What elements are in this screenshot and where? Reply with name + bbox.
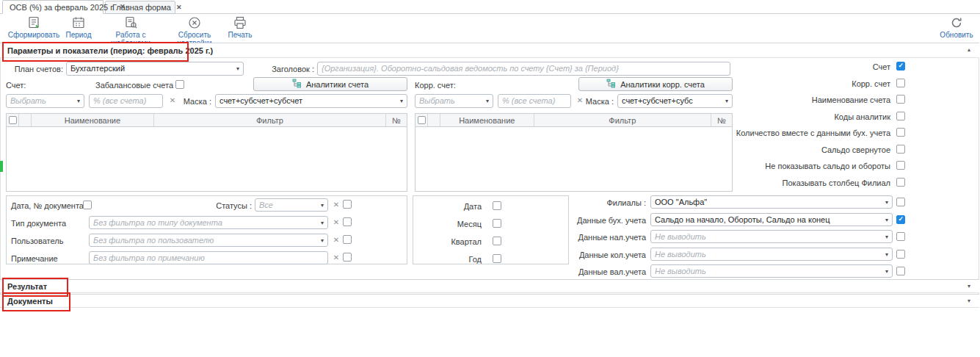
user-select[interactable]: Без фильтра по пользователю [89,234,328,247]
option-checkbox-hide-balance[interactable] [896,161,905,170]
corr-select-placeholder: Выбрать [419,95,484,107]
parameters-section-header[interactable]: Параметры и показатели (период: февраль … [0,43,979,58]
account-select[interactable]: Выбрать [6,94,84,108]
chevron-down-icon [725,98,728,104]
branches-checkbox[interactable] [896,198,905,206]
period-quarter-checkbox[interactable] [493,237,501,245]
document-filter-panel: Дата, № документа Статусы : Все Тип доку… [6,195,407,264]
corr-mask-value: счет+субсчет+субс [622,95,723,107]
clear-icon[interactable] [332,253,341,262]
period-quarter-label: Квартал [419,237,482,247]
offbalance-checkbox[interactable] [175,80,184,89]
accounting-data-select[interactable]: Сальдо на начало, Обороты, Сальдо на кон… [650,213,893,226]
currency-data-select[interactable]: Не выводить [650,264,893,278]
option-checkbox-analytic-codes[interactable] [896,112,905,120]
note-checkbox[interactable] [343,253,352,262]
table-header-number: № [711,114,732,126]
option-checkbox-collapsed-balance[interactable] [896,145,905,154]
tab-bar: ОСВ (%) за февраль 2025 г. Главная форма [0,0,980,14]
table-header-blank [428,114,440,126]
statuses-select[interactable]: Все [255,198,328,212]
corr-accounts-table: Наименование Фильтр № [415,113,733,192]
expand-arrow-icon[interactable] [968,298,970,304]
corr-analytics-button[interactable]: Аналитики корр. счета [578,77,733,91]
left-edge-marker [0,161,3,172]
period-year-checkbox[interactable] [493,254,501,263]
currency-data-checkbox[interactable] [896,267,905,275]
title-label: Заголовок : [254,65,314,74]
quantity-data-select[interactable]: Не выводить [650,248,893,261]
tax-data-checkbox[interactable] [896,232,905,241]
period-year-label: Год [419,255,482,264]
date-doc-checkbox[interactable] [83,201,92,209]
offbalance-label: Забалансовые счета [95,81,172,90]
quantity-data-checkbox[interactable] [896,250,905,259]
clear-icon[interactable] [168,96,177,105]
option-checkbox-branch-column[interactable] [896,178,905,187]
chevron-down-icon [885,268,888,275]
refresh-label: Обновить [940,31,973,39]
clear-icon[interactable] [332,201,341,209]
note-input[interactable]: Без фильтра по примечанию [89,251,328,264]
doc-type-label: Тип документа [11,219,66,228]
period-date-checkbox[interactable] [493,201,501,210]
corr-analytics-label: Аналитики корр. счета [620,80,705,89]
chevron-down-icon [236,65,239,72]
table-body-empty[interactable] [7,127,407,191]
expand-arrow-icon[interactable] [968,284,970,289]
chevron-down-icon [400,98,403,104]
select-all-checkbox[interactable] [9,116,17,124]
quantity-data-value: Не выводить [655,249,883,260]
option-checkbox-corr-account[interactable] [896,79,905,87]
branches-select[interactable]: ООО "Альфа" [650,195,893,209]
option-checkbox-quantity[interactable] [896,128,905,137]
corr-mask-select[interactable]: счет+субсчет+субс [617,94,733,108]
account-analytics-button[interactable]: Аналитики счета [253,77,407,91]
statuses-checkbox[interactable] [343,200,352,209]
table-body-empty[interactable] [415,127,732,191]
doc-type-placeholder: Без фильтра по типу документа [93,217,319,228]
plan-of-accounts-select[interactable]: Бухгалтерский [66,62,244,76]
tab-main-form[interactable]: Главная форма [105,1,175,14]
print-button[interactable]: Печать [225,16,255,39]
refresh-button[interactable]: Обновить [937,16,976,39]
generate-button[interactable]: Сформировать [4,16,63,39]
corr-account-select[interactable]: Выбрать [415,94,493,108]
reset-icon [163,16,226,29]
table-header-filter: Фильтр [154,114,386,126]
documents-section-header[interactable]: Документы [0,294,979,308]
period-button[interactable]: Период [62,16,95,39]
mask-value: счет+субсчет+субсчет [219,95,398,107]
doc-type-checkbox[interactable] [343,217,352,226]
corr-filter-input[interactable]: % (все счета) [498,94,571,108]
chevron-down-icon [486,98,489,104]
clear-icon[interactable] [332,218,341,227]
option-checkbox-account[interactable] [896,62,905,71]
table-header-blank [19,114,32,126]
tax-data-select[interactable]: Не выводить [650,230,893,243]
branches-value: ООО "Альфа" [655,197,883,208]
tax-data-value: Не выводить [655,231,883,242]
mask-select[interactable]: счет+субсчет+субсчет [215,94,407,108]
user-checkbox[interactable] [343,235,352,244]
plan-of-accounts-label: План счетов: [0,65,63,74]
hierarchy-icon [606,79,616,90]
collapse-arrow-icon[interactable] [968,47,970,53]
statuses-label: Статусы : [199,201,252,211]
tab-osv-report[interactable]: ОСВ (%) за февраль 2025 г. [2,0,104,14]
period-month-checkbox[interactable] [493,219,501,228]
account-filter-input[interactable]: % (все счета) [89,94,163,108]
doc-type-select[interactable]: Без фильтра по типу документа [89,216,328,229]
chevron-down-icon [321,202,324,209]
select-all-checkbox[interactable] [418,116,426,124]
close-icon[interactable] [120,4,126,10]
accounting-data-checkbox[interactable] [896,215,905,224]
plan-of-accounts-value: Бухгалтерский [70,63,234,74]
calendar-icon [62,16,95,29]
generate-icon [4,16,63,29]
corr-account-label: Корр. счет: [415,81,456,90]
option-checkbox-account-name[interactable] [896,95,905,104]
result-section-header[interactable]: Результат [0,279,979,293]
close-icon[interactable] [176,4,182,11]
clear-icon[interactable] [332,236,341,245]
